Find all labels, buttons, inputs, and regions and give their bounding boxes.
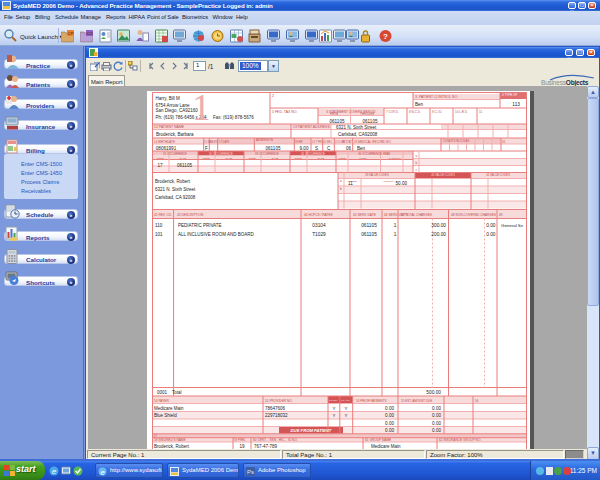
svg-text:39 VALUE CODES: 39 VALUE CODES bbox=[365, 173, 389, 177]
svg-text:36 OCCURRENCE SPAN: 36 OCCURRENCE SPAN bbox=[358, 152, 390, 156]
svg-text:0.00: 0.00 bbox=[385, 421, 394, 426]
svg-text:061105: 061105 bbox=[361, 232, 377, 237]
svg-text:16 MS: 16 MS bbox=[210, 140, 218, 144]
svg-text:Medicare Main: Medicare Main bbox=[154, 406, 184, 411]
svg-text:61 GROUP NAME: 61 GROUP NAME bbox=[365, 438, 391, 442]
svg-text:44 HCPCS / RATES: 44 HCPCS / RATES bbox=[304, 213, 333, 217]
svg-text:Broderick, Barbara: Broderick, Barbara bbox=[156, 132, 194, 137]
svg-text:Total: Total bbox=[172, 390, 182, 395]
svg-text:6321 N. Sixth Street: 6321 N. Sixth Street bbox=[155, 187, 196, 192]
svg-text:40 VALUE CODES: 40 VALUE CODES bbox=[431, 173, 455, 177]
svg-text:0.00: 0.00 bbox=[432, 421, 441, 426]
svg-text:a: a bbox=[340, 179, 342, 183]
svg-text:DATE: DATE bbox=[272, 157, 279, 160]
svg-text:50.00: 50.00 bbox=[396, 181, 408, 186]
svg-text:061105: 061105 bbox=[330, 119, 345, 124]
svg-text:32 OCCURRENCE: 32 OCCURRENCE bbox=[209, 152, 233, 156]
svg-text:Ps: Ps bbox=[247, 469, 254, 475]
svg-text:06: 06 bbox=[346, 146, 352, 151]
svg-text:Blue Shield: Blue Shield bbox=[154, 413, 177, 418]
svg-text:THROUGH: THROUGH bbox=[360, 112, 374, 116]
svg-text:1: 1 bbox=[394, 232, 397, 237]
svg-text:DUE FROM PATIENT: DUE FROM PATIENT bbox=[291, 428, 332, 433]
svg-text:CODE: CODE bbox=[294, 157, 302, 160]
svg-text:60 CERT. - SSN - HIC. - ID NO.: 60 CERT. - SSN - HIC. - ID NO. bbox=[253, 438, 298, 442]
svg-text:42 REV. CD.: 42 REV. CD. bbox=[154, 213, 172, 217]
svg-text:101: 101 bbox=[155, 232, 163, 237]
svg-text:?: ? bbox=[383, 32, 388, 41]
svg-text:110: 110 bbox=[155, 223, 163, 228]
svg-text:CPT: CPT bbox=[68, 31, 75, 36]
svg-text:17: 17 bbox=[157, 163, 163, 168]
svg-text:ADMISSION: ADMISSION bbox=[256, 138, 273, 142]
svg-text:061105: 061105 bbox=[177, 163, 192, 168]
svg-text:51 PROVIDER NO.: 51 PROVIDER NO. bbox=[265, 399, 293, 403]
svg-text:14 BIRTHDATE: 14 BIRTHDATE bbox=[154, 140, 175, 144]
svg-text:0.00: 0.00 bbox=[432, 428, 441, 433]
svg-text:1: 1 bbox=[192, 91, 211, 128]
svg-text:CONDITION CODES: CONDITION CODES bbox=[443, 139, 470, 143]
svg-text:061105: 061105 bbox=[361, 223, 377, 228]
svg-text:a: a bbox=[416, 154, 418, 158]
svg-text:200.00: 200.00 bbox=[431, 232, 446, 237]
svg-text:Fax: (619) 878-5676: Fax: (619) 878-5676 bbox=[213, 115, 254, 120]
svg-text:ICD: ICD bbox=[87, 31, 94, 36]
svg-text:FROM: FROM bbox=[359, 157, 366, 160]
svg-text:0001: 0001 bbox=[157, 390, 168, 395]
svg-text:08061991: 08061991 bbox=[156, 146, 177, 151]
svg-text:229718032: 229718032 bbox=[265, 413, 288, 418]
svg-text:Y: Y bbox=[345, 406, 348, 411]
svg-text:FROM: FROM bbox=[330, 112, 339, 116]
svg-text:061105: 061105 bbox=[363, 119, 378, 124]
svg-text:34 OCCURRENCE: 34 OCCURRENCE bbox=[301, 152, 325, 156]
svg-text:S: S bbox=[315, 146, 318, 151]
svg-text:6321 N. Sixth Street: 6321 N. Sixth Street bbox=[336, 125, 377, 130]
svg-text:b: b bbox=[340, 187, 342, 191]
svg-text:c: c bbox=[416, 168, 418, 172]
svg-text:62 INSURANCE GROUP NO.: 62 INSURANCE GROUP NO. bbox=[439, 438, 481, 442]
svg-text:DATE: DATE bbox=[318, 157, 325, 160]
svg-text:12 PATIENT NAME: 12 PATIENT NAME bbox=[154, 125, 185, 129]
svg-text:23 MEDICAL RECORD NO.: 23 MEDICAL RECORD NO. bbox=[354, 140, 392, 144]
svg-text:DATE: DATE bbox=[180, 157, 187, 160]
svg-text:0.00: 0.00 bbox=[385, 406, 394, 411]
svg-text:43 DESCRIPTION: 43 DESCRIPTION bbox=[177, 213, 204, 217]
svg-text:ALL INCLUSIVE ROOM AND BOARD: ALL INCLUSIVE ROOM AND BOARD bbox=[178, 232, 255, 237]
svg-text:19 TYPE: 19 TYPE bbox=[312, 140, 323, 144]
svg-text:b: b bbox=[416, 161, 418, 165]
svg-text:C: C bbox=[327, 146, 331, 151]
svg-text:31 OCCURRENCE: 31 OCCURRENCE bbox=[163, 152, 187, 156]
svg-text:0.00: 0.00 bbox=[486, 232, 496, 237]
svg-text:45 SERV. DATE: 45 SERV. DATE bbox=[353, 213, 376, 217]
svg-text:113: 113 bbox=[512, 102, 520, 107]
svg-text:53 ASG: 53 ASG bbox=[341, 399, 350, 402]
svg-text:DATE: DATE bbox=[226, 157, 233, 160]
svg-text:0.00: 0.00 bbox=[486, 223, 496, 228]
svg-text:8 N-C D.: 8 N-C D. bbox=[409, 110, 421, 114]
svg-text:3. PATIENT CONTROL NO.: 3. PATIENT CONTROL NO. bbox=[415, 95, 458, 99]
svg-text:0.00: 0.00 bbox=[385, 413, 394, 418]
svg-text:18 HR: 18 HR bbox=[295, 140, 302, 144]
svg-text:THROUGH: THROUGH bbox=[389, 157, 402, 160]
svg-text:Harry, Bill M: Harry, Bill M bbox=[156, 96, 180, 101]
svg-text:48 NON-COVERED CHARGES: 48 NON-COVERED CHARGES bbox=[451, 213, 496, 217]
svg-text:9.00: 9.00 bbox=[300, 146, 309, 151]
svg-text:20 SRC: 20 SRC bbox=[323, 140, 332, 144]
svg-text:5 FED. TAX NO.: 5 FED. TAX NO. bbox=[272, 110, 298, 114]
svg-text:41 VALUE CODES: 41 VALUE CODES bbox=[486, 173, 510, 177]
svg-text:59 P.REL: 59 P.REL bbox=[234, 438, 246, 442]
svg-text:9 C-I D.: 9 C-I D. bbox=[432, 110, 443, 114]
svg-text:500.00: 500.00 bbox=[426, 390, 441, 395]
svg-text:0.00: 0.00 bbox=[432, 406, 441, 411]
svg-text:33 OCCURRENCE: 33 OCCURRENCE bbox=[255, 152, 279, 156]
svg-text:4 TYPE OF: 4 TYPE OF bbox=[502, 93, 517, 97]
svg-text:Y: Y bbox=[345, 413, 348, 418]
svg-text:Y: Y bbox=[333, 413, 336, 418]
svg-text:Carlsbad, CA 92008: Carlsbad, CA 92008 bbox=[155, 195, 196, 200]
svg-text:31: 31 bbox=[502, 140, 506, 144]
svg-text:58 INSURED'S NAME: 58 INSURED'S NAME bbox=[154, 438, 186, 442]
svg-text:78647606: 78647606 bbox=[265, 406, 286, 411]
svg-text:13 PATIENT ADDRESS: 13 PATIENT ADDRESS bbox=[293, 125, 330, 129]
svg-text:300.00: 300.00 bbox=[431, 223, 446, 228]
svg-text:54 PRIOR PAYMENTS: 54 PRIOR PAYMENTS bbox=[356, 399, 387, 403]
